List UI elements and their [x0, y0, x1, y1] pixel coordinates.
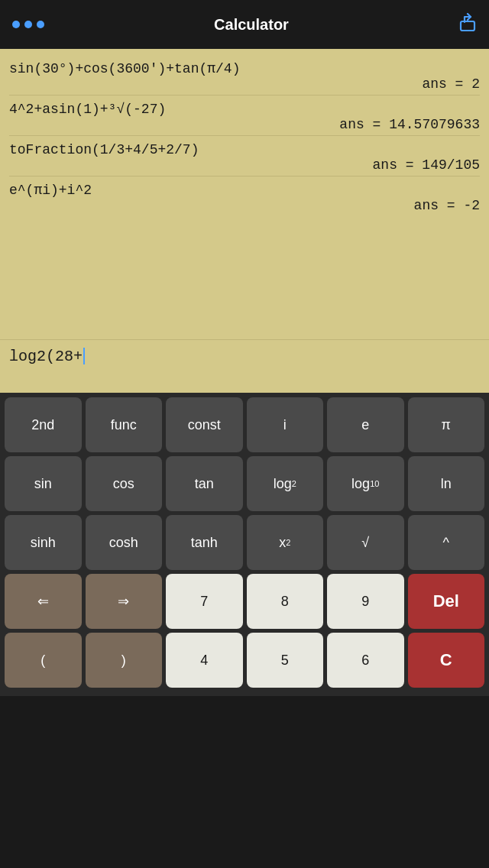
key-open-paren[interactable]: ( [5, 633, 82, 688]
key-i[interactable]: i [247, 397, 324, 452]
input-area[interactable]: log2(28+ [0, 339, 489, 393]
key-tan[interactable]: tan [166, 456, 243, 511]
key-cos[interactable]: cos [86, 456, 163, 511]
calculator-display: sin(30°)+cos(3600')+tan(π/4) ans = 2 4^2… [0, 49, 489, 339]
key-row-3: sinh cosh tanh x2 √ ^ [5, 515, 484, 570]
answer-4: ans = -2 [9, 198, 480, 213]
calc-entry-4: e^(πi)+i^2 ans = -2 [9, 177, 480, 216]
key-4[interactable]: 4 [166, 633, 243, 688]
key-sqrt[interactable]: √ [327, 515, 404, 570]
answer-3: ans = 149/105 [9, 157, 480, 173]
key-row-5: ( ) 4 5 6 C [5, 633, 484, 688]
text-cursor [83, 348, 85, 364]
key-8[interactable]: 8 [247, 574, 324, 629]
expression-1: sin(30°)+cos(3600')+tan(π/4) [9, 61, 480, 76]
key-ln[interactable]: ln [408, 456, 485, 511]
key-cosh[interactable]: cosh [86, 515, 163, 570]
key-del[interactable]: Del [408, 574, 485, 629]
expression-2: 4^2+asin(1)+³√(-27) [9, 102, 480, 117]
key-log10[interactable]: log10 [327, 456, 404, 511]
dot-2 [24, 21, 32, 28]
answer-1: ans = 2 [9, 76, 480, 92]
key-e[interactable]: e [327, 397, 404, 452]
app-title: Calculator [214, 16, 289, 34]
key-sin[interactable]: sin [5, 456, 82, 511]
calculator-keyboard: 2nd func const i e π sin cos tan log2 lo… [0, 393, 489, 696]
key-row-2: sin cos tan log2 log10 ln [5, 456, 484, 511]
dots-menu[interactable] [12, 21, 44, 28]
key-const[interactable]: const [166, 397, 243, 452]
calc-entry-2: 4^2+asin(1)+³√(-27) ans = 14.57079633 [9, 96, 480, 136]
app-header: Calculator [0, 0, 489, 49]
key-pi[interactable]: π [408, 397, 485, 452]
dot-3 [37, 21, 44, 28]
answer-2: ans = 14.57079633 [9, 117, 480, 132]
key-close-paren[interactable]: ) [86, 633, 163, 688]
svg-rect-0 [461, 21, 474, 31]
key-func[interactable]: func [86, 397, 163, 452]
key-clear[interactable]: C [408, 633, 485, 688]
key-9[interactable]: 9 [327, 574, 404, 629]
key-tanh[interactable]: tanh [166, 515, 243, 570]
key-5[interactable]: 5 [247, 633, 324, 688]
key-6[interactable]: 6 [327, 633, 404, 688]
key-xsquared[interactable]: x2 [247, 515, 324, 570]
key-right-arrow[interactable]: ⇒ [86, 574, 163, 629]
key-7[interactable]: 7 [166, 574, 243, 629]
key-2nd[interactable]: 2nd [5, 397, 82, 452]
calc-entry-1: sin(30°)+cos(3600')+tan(π/4) ans = 2 [9, 55, 480, 96]
calc-entry-3: toFraction(1/3+4/5+2/7) ans = 149/105 [9, 136, 480, 177]
key-left-arrow[interactable]: ⇐ [5, 574, 82, 629]
dot-1 [12, 21, 20, 28]
share-button[interactable] [458, 13, 477, 36]
key-log2[interactable]: log2 [247, 456, 324, 511]
expression-4: e^(πi)+i^2 [9, 183, 480, 198]
key-caret[interactable]: ^ [408, 515, 485, 570]
key-row-1: 2nd func const i e π [5, 397, 484, 452]
key-sinh[interactable]: sinh [5, 515, 82, 570]
key-row-4: ⇐ ⇒ 7 8 9 Del [5, 574, 484, 629]
expression-3: toFraction(1/3+4/5+2/7) [9, 142, 480, 157]
current-expression: log2(28+ [9, 348, 83, 365]
